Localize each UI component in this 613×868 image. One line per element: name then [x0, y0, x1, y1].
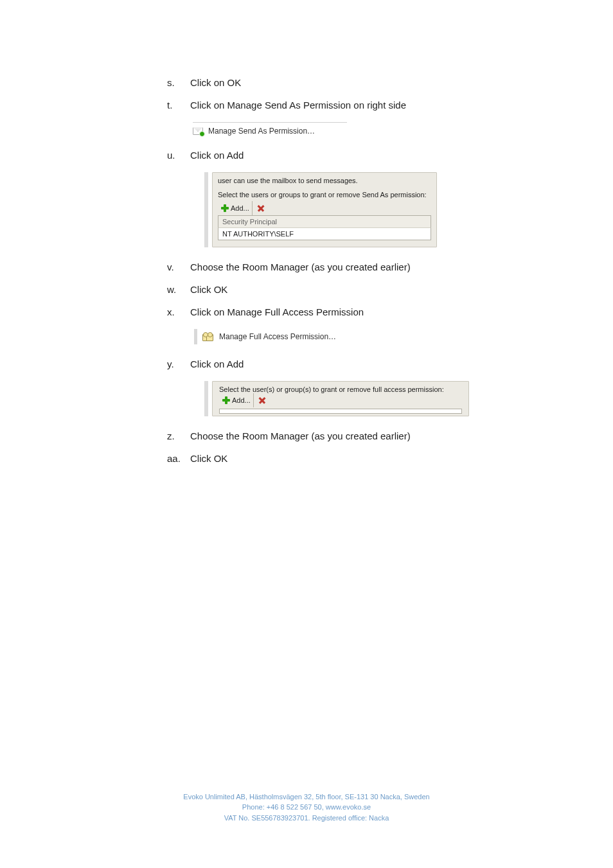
step-w: w. Click OK [0, 284, 613, 295]
step-text: Click OK [190, 453, 227, 464]
plus-icon [220, 204, 229, 213]
step-s: s. Click on OK [0, 77, 613, 88]
link-label: Manage Send As Permission… [208, 127, 315, 136]
link-label: Manage Full Access Permission… [219, 332, 336, 341]
step-marker: w. [167, 284, 190, 295]
step-z: z. Choose the Room Manager (as you creat… [0, 430, 613, 441]
manage-full-access-permission-link[interactable]: Manage Full Access Permission… [194, 329, 613, 344]
panel-toolbar: Add... [219, 393, 462, 407]
panel-toolbar: Add... [218, 201, 431, 215]
step-text: Click on OK [190, 77, 241, 88]
step-marker: y. [167, 359, 190, 369]
footer-line-1: Evoko Unlimited AB, Hästholmsvägen 32, 5… [0, 792, 613, 802]
screenshot-send-as-panel: user can use the mailbox to send message… [204, 172, 613, 247]
footer-line-2: Phone: +46 8 522 567 50, www.evoko.se [0, 802, 613, 813]
add-button-label: Add... [232, 396, 251, 404]
step-marker: t. [167, 100, 190, 111]
panel-help-text-2: Select the users or groups to grant or r… [218, 191, 431, 199]
screenshot-full-access-panel: Select the user(s) or group(s) to grant … [204, 381, 613, 416]
step-text: Click on Manage Full Access Permission [190, 306, 364, 317]
page-footer: Evoko Unlimited AB, Hästholmsvägen 32, 5… [0, 792, 613, 824]
plus-icon [222, 396, 231, 405]
mail-send-icon [193, 127, 203, 135]
step-marker: x. [167, 306, 190, 317]
step-y: y. Click on Add [0, 359, 613, 369]
step-text: Click on Add [190, 150, 244, 161]
step-marker: s. [167, 77, 190, 88]
delete-icon [258, 396, 267, 405]
step-text: Click on Manage Send As Permission on ri… [190, 100, 406, 111]
grid-column-header: Security Principal [218, 215, 431, 227]
step-marker: z. [167, 430, 190, 441]
step-v: v. Choose the Room Manager (as you creat… [0, 261, 613, 272]
step-text: Click OK [190, 284, 227, 295]
panel-help-text-1: user can use the mailbox to send message… [218, 177, 431, 184]
step-text: Choose the Room Manager (as you created … [190, 430, 411, 441]
step-marker: aa. [167, 453, 190, 464]
people-icon [202, 332, 214, 341]
step-aa: aa. Click OK [0, 453, 613, 464]
step-u: u. Click on Add [0, 150, 613, 161]
remove-button[interactable] [253, 201, 269, 215]
grid-row[interactable]: NT AUTHORITY\SELF [218, 227, 431, 240]
grid-header-cutoff [219, 409, 462, 414]
add-button[interactable]: Add... [218, 201, 253, 215]
remove-button[interactable] [254, 393, 271, 407]
step-x: x. Click on Manage Full Access Permissio… [0, 306, 613, 317]
step-text: Choose the Room Manager (as you created … [190, 261, 411, 272]
step-marker: v. [167, 261, 190, 272]
step-text: Click on Add [190, 359, 244, 369]
add-button-label: Add... [231, 204, 249, 212]
delete-icon [256, 204, 265, 213]
manage-send-as-permission-link[interactable]: Manage Send As Permission… [193, 122, 347, 136]
footer-line-3: VAT No. SE556783923701. Registered offic… [0, 813, 613, 824]
panel-help-text: Select the user(s) or group(s) to grant … [219, 385, 462, 393]
screenshot-manage-send-as-link: Manage Send As Permission… [193, 122, 613, 136]
add-button[interactable]: Add... [219, 393, 254, 407]
step-t: t. Click on Manage Send As Permission on… [0, 100, 613, 111]
screenshot-manage-full-access-link: Manage Full Access Permission… [194, 329, 613, 344]
step-marker: u. [167, 150, 190, 161]
